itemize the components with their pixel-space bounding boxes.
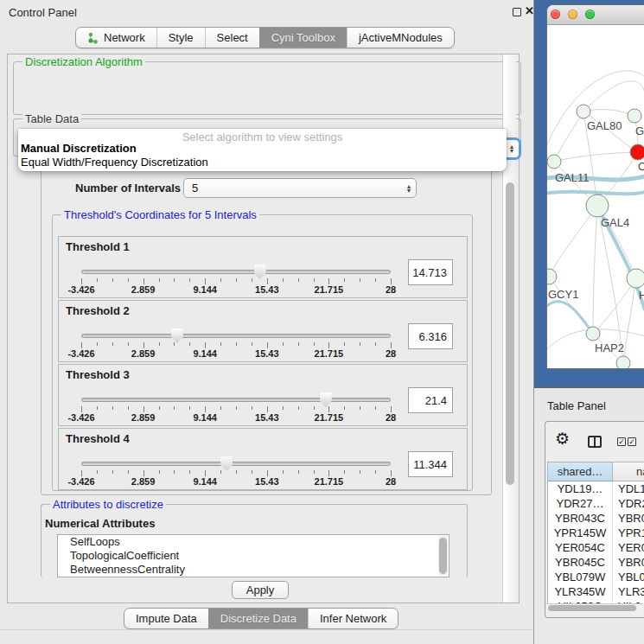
slider-track[interactable] [81,462,391,466]
attribute-list-item[interactable]: BetweennessCentrality [58,563,449,577]
close-traffic-light[interactable] [551,10,560,19]
table-row[interactable]: YPR145WYPR1 [548,526,644,540]
scrollbar-thumb[interactable] [506,182,514,485]
slider-ticks [81,277,391,284]
threshold-value-field[interactable]: 14.713 [408,259,453,285]
network-node[interactable] [628,109,641,123]
slider-track[interactable] [81,398,391,402]
network-desktop-background: GAL80GACGAL11GAL4GCY1HHAP2 [534,0,644,386]
tab-label: Network [104,31,145,44]
node-label: GAL80 [587,119,622,132]
algorithm-group-title: Discretization Algorithm [22,55,145,68]
numerical-attributes-list[interactable]: SelfLoopsTopologicalCoefficientBetweenne… [57,534,450,577]
table-row[interactable]: YBR045CYBR0 [548,555,644,570]
column-header-shared-name[interactable]: shared… [548,462,613,481]
slider-track[interactable] [81,270,391,274]
table-row[interactable]: YBR043CYBR0 [548,511,644,526]
threshold-value-field[interactable]: 6.316 [408,323,453,349]
table-panel-title: Table Panel [547,399,606,412]
network-node[interactable] [547,155,561,169]
tab-network[interactable]: Network [76,28,156,48]
network-node[interactable] [586,194,609,217]
split-view-icon[interactable] [588,436,602,448]
bottom-tab-bar: Impute DataDiscretize DataInfer Network [124,608,399,629]
zoom-traffic-light[interactable] [585,10,595,19]
window-title: Control Panel [9,6,77,19]
tab-impute-data[interactable]: Impute Data [124,609,208,628]
number-of-intervals-combobox[interactable]: 5 ▴▾ [183,178,417,198]
thresholds-group-title: Threshold's Coordinates for 5 Intervals [61,208,259,221]
node-label: GCY1 [548,288,578,301]
table-row[interactable]: YER054CYER0 [548,540,644,555]
threshold-panel: Threshold 3-3.4262.8599.14415.4321.71528… [58,364,468,426]
top-tab-bar: NetworkStyleSelectCyni ToolboxjActiveMNo… [75,27,455,48]
table-row[interactable]: YDL19…YDL1 [548,481,644,496]
table-row[interactable]: YLR345WYLR3 [548,584,644,599]
apply-button[interactable]: Apply [232,581,289,599]
slider-tick-labels: -3.4262.8599.14415.4321.71528 [81,284,391,296]
network-node[interactable] [630,144,644,160]
node-table[interactable]: shared… na YDL19…YDL1YDR27…YDR2YBR043CYB… [547,462,644,603]
table-row[interactable]: YBL079WYBL0 [548,570,644,584]
window-bottom-divider [0,629,534,630]
float-window-icon[interactable] [513,8,521,16]
threshold-panel: Threshold 4-3.4262.8599.14415.4321.71528… [58,428,468,490]
table-horizontal-scrollbar[interactable] [545,603,643,612]
network-window-titlebar[interactable] [547,5,644,25]
checkbox-icon[interactable]: ✓ [628,437,636,446]
slider-ticks [81,405,391,412]
slider-track[interactable] [81,334,391,338]
node-label: H [639,289,644,302]
threshold-value-field[interactable]: 21.4 [408,387,453,413]
combo-arrows-icon: ▴▾ [407,184,411,193]
slider-tick-labels: -3.4262.8599.14415.4321.71528 [81,348,391,360]
cell-name: YBR0 [613,511,644,526]
cell-name: YDR2 [613,496,644,511]
network-node[interactable] [616,356,630,369]
attribute-list-item[interactable]: SelfLoops [58,535,449,549]
cyni-content-panel: Discretization Algorithm ▴▾ Select algor… [7,54,520,603]
dropdown-options: Manual DiscretizationEqual Width/Frequen… [18,142,507,169]
checkbox-icon[interactable]: ✓ [617,437,626,446]
tab-discretize-data[interactable]: Discretize Data [208,609,308,628]
attribute-list-item[interactable]: TopologicalCoefficient [58,549,449,563]
node-label: GAL11 [555,171,590,184]
number-of-intervals-label: Number of Intervals [75,182,181,194]
network-canvas[interactable]: GAL80GACGAL11GAL4GCY1HHAP2 [547,25,644,369]
tab-jactivemnodules[interactable]: jActiveMNodules [347,28,454,48]
combo-arrows-icon: ▴▾ [510,144,513,153]
list-scrollbar[interactable] [438,536,448,576]
minimize-traffic-light[interactable] [568,10,577,19]
right-region: GAL80GACGAL11GAL4GCY1HHAP2 Table Panel ⚙… [534,0,644,644]
gear-icon[interactable]: ⚙ [555,429,570,449]
table-row[interactable]: YDR27…YDR2 [548,496,644,511]
network-node[interactable] [577,105,590,118]
tab-style[interactable]: Style [156,28,205,48]
close-icon[interactable]: ✕ [525,4,534,17]
cell-name: YDL1 [613,481,644,496]
attributes-groupbox: Attributes to discretize Numerical Attri… [41,504,468,577]
column-header-name[interactable]: na [613,462,644,481]
cell-name: YER0 [613,540,644,555]
threshold-label: Threshold 2 [66,304,130,317]
tab-label: Select [217,31,248,44]
threshold-panel: Threshold 1-3.4262.8599.14415.4321.71528… [58,236,468,298]
cell-shared-name: YDL19… [548,481,613,496]
tab-label: jActiveMNodules [359,31,443,44]
network-node[interactable] [547,269,557,284]
algorithm-groupbox: Discretization Algorithm [13,61,521,115]
tab-cyni-toolbox[interactable]: Cyni Toolbox [259,28,347,48]
scrollbar-thumb[interactable] [548,605,636,611]
dropdown-option[interactable]: Manual Discretization [18,142,507,156]
control-panel-window: Control Panel ✕ NetworkStyleSelectCyni T… [0,0,534,644]
network-node[interactable] [627,269,644,288]
threshold-value-field[interactable]: 11.344 [408,451,453,477]
tab-select[interactable]: Select [205,28,259,48]
numerical-attributes-label: Numerical Attributes [45,517,155,530]
attributes-group-title: Attributes to discretize [50,498,166,511]
tab-infer-network[interactable]: Infer Network [308,609,398,628]
network-node[interactable] [586,327,600,341]
dropdown-option[interactable]: Equal Width/Frequency Discretization [18,156,507,169]
slider-tick-labels: -3.4262.8599.14415.4321.71528 [81,476,391,488]
dropdown-prompt: Select algorithm to view settings [18,129,507,142]
